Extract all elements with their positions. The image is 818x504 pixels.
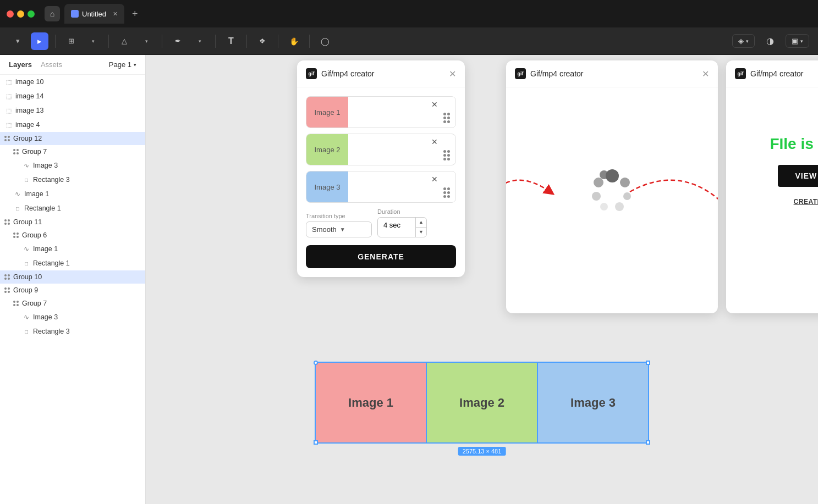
duration-value: 4 sec [378,218,415,237]
tab-icon [71,10,79,18]
corner-bl [314,440,318,445]
create-new-link[interactable]: CREATE NEW [794,198,818,206]
minimize-traffic-light[interactable] [17,10,24,18]
layer-image3b[interactable]: ∿ Image 3 [0,310,145,324]
layer-group6[interactable]: Group 6 [0,229,145,242]
separator2 [108,35,109,48]
sidebar-tab-assets[interactable]: Assets [41,60,62,69]
page-badge[interactable]: Page 1 ▾ [109,60,136,69]
stepper-down-button[interactable]: ▼ [416,228,426,237]
layer-image13[interactable]: ⬚ image 13 [0,103,145,118]
home-button[interactable]: ⌂ [45,6,60,21]
layer-name: Image 3 [33,313,141,321]
frame-image3[interactable]: Image 3 [538,363,648,442]
separator5 [246,35,247,48]
plugin-button[interactable]: ◈ ▾ [732,34,755,48]
layer-name: Group 12 [13,135,141,142]
curve-icon: ∿ [22,245,31,253]
svg-point-6 [594,178,603,187]
comment-tool[interactable]: ◯ [316,32,334,50]
layer-image1a[interactable]: ∿ Image 1 [0,187,145,201]
tab-close-icon[interactable]: ✕ [113,10,118,18]
corner-br [646,440,650,445]
text-tool[interactable]: T [222,32,240,50]
separator6 [278,35,278,48]
image2-remove-button[interactable]: ✕ [431,137,438,146]
layer-rect3b[interactable]: □ Rectangle 3 [0,324,145,339]
image-icon: ⬚ [4,106,13,115]
image-thumb-1: Image 1 [306,97,348,128]
sidebar-tab-layers[interactable]: Layers [9,60,32,69]
loading-spinner [588,166,637,218]
share-button[interactable]: ▣ ▾ [786,34,809,48]
layer-group12[interactable]: Group 12 [0,132,145,145]
hand-tool[interactable]: ✋ [285,32,303,50]
select-tool[interactable]: ▾ [9,32,26,50]
frame-image1[interactable]: Image 1 [316,363,426,442]
cursor-tool[interactable]: ▸ [31,32,48,50]
close-traffic-light[interactable] [7,10,14,18]
image1-remove-button[interactable]: ✕ [431,100,438,109]
image2-drag-handle[interactable] [443,150,450,160]
generate-button[interactable]: GENERATE [306,245,456,268]
image3-drag-handle[interactable] [443,187,450,198]
frame-tool-arrow[interactable]: ▾ [84,32,102,50]
panel2-gif-creator: gif Gif/mp4 creator ✕ [506,60,718,313]
contrast-button[interactable]: ◑ [761,32,779,50]
layer-group11[interactable]: Group 11 [0,215,145,229]
shape-tool-arrow[interactable]: ▾ [138,32,155,50]
layer-name: image 4 [15,121,141,129]
layer-rect3a[interactable]: □ Rectangle 3 [0,173,145,187]
layer-group7a[interactable]: Group 7 [0,145,145,158]
maximize-traffic-light[interactable] [28,10,35,18]
panel2-icon: gif [515,68,526,79]
layer-image1b[interactable]: ∿ Image 1 [0,242,145,256]
layer-group7b[interactable]: Group 7 [0,297,145,310]
layer-image4[interactable]: ⬚ image 4 [0,118,145,132]
shape-tool[interactable]: △ [116,32,133,50]
curve-icon: ∿ [22,313,31,322]
image1-drag-handle[interactable] [443,113,450,123]
tab-untitled[interactable]: Untitled ✕ [64,4,124,24]
frame-tool[interactable]: ⊞ [62,32,80,50]
layer-name: Rectangle 1 [24,204,141,212]
component-tool[interactable]: ❖ [254,32,271,50]
layer-group10[interactable]: Group 10 [0,270,145,284]
layer-name: image 14 [15,92,141,100]
rect-icon: □ [22,175,31,184]
frame-label-2: Image 2 [459,396,504,410]
layer-rect1a[interactable]: □ Rectangle 1 [0,201,145,215]
pen-tool-arrow[interactable]: ▾ [191,32,208,50]
pen-tool[interactable]: ✒ [169,32,186,50]
duration-label: Duration [377,208,427,215]
rect-icon: □ [13,204,22,213]
file-ready-text: FIle is ready! [770,134,818,154]
panel1-close-button[interactable]: ✕ [449,69,456,79]
controls-row: Transition type Smooth ▼ Duration 4 sec … [306,208,456,237]
panel2-close-button[interactable]: ✕ [702,69,709,79]
view-file-button[interactable]: VIEW FILE [778,165,819,187]
duration-stepper[interactable]: 4 sec ▲ ▼ [377,217,427,237]
panel3-header: gif Gif/mp4 creator ✕ [726,60,818,87]
image-icon: ⬚ [4,92,13,101]
image3-remove-button[interactable]: ✕ [431,175,438,184]
frame-label-3: Image 3 [570,396,616,410]
image-thumb-2: Image 2 [306,134,348,165]
share-arrow: ▾ [800,38,803,44]
panel3-body: FIle is ready! VIEW FILE CREATE NEW [726,87,818,252]
layer-name: Image 3 [33,162,141,169]
layer-image3a[interactable]: ∿ Image 3 [0,158,145,173]
layer-image14[interactable]: ⬚ image 14 [0,89,145,103]
layer-image10[interactable]: ⬚ image 10 [0,75,145,89]
image-icon: ⬚ [4,120,13,129]
layer-name: Group 10 [13,273,141,281]
new-tab-button[interactable]: + [132,8,138,20]
panel1-icon-label: gif [309,71,315,76]
svg-point-2 [623,192,631,200]
frame-image2[interactable]: Image 2 [427,363,537,442]
tab-title: Untitled [82,10,106,18]
layer-group9[interactable]: Group 9 [0,284,145,297]
layer-rect1b[interactable]: □ Rectangle 1 [0,256,145,270]
stepper-up-button[interactable]: ▲ [416,218,426,228]
transition-select[interactable]: Smooth ▼ [306,221,372,237]
